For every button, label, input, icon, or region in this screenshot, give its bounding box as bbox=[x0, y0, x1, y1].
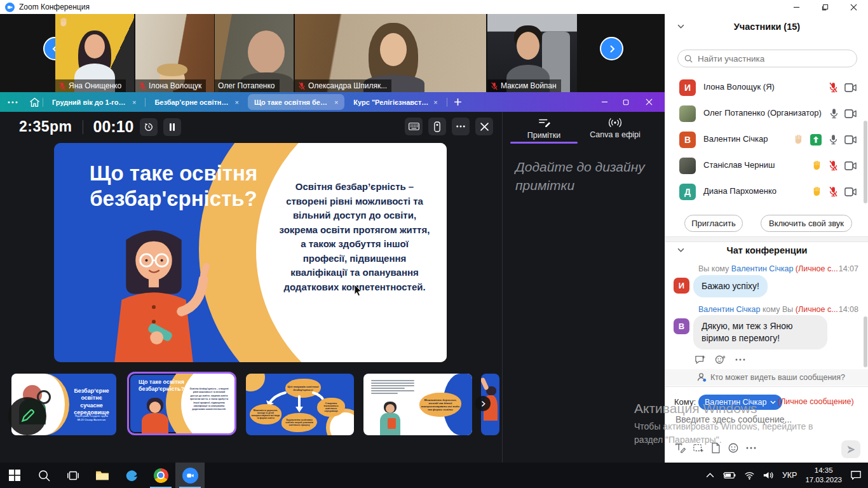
presentation-slide[interactable]: Що таке освітня безбар'єрність? Освітня … bbox=[54, 143, 447, 362]
slide-thumbnail-2-active[interactable]: Що таке освітня безбар'єрність? Освітня … bbox=[127, 372, 236, 435]
file-explorer-button[interactable] bbox=[88, 463, 117, 488]
windows-taskbar: УКР 14:35 17.03.2023 bbox=[0, 463, 868, 488]
chat-message-input[interactable] bbox=[674, 414, 858, 425]
tab-close-icon[interactable]: × bbox=[132, 98, 136, 106]
recipient-link[interactable]: Валентин Січкар bbox=[731, 264, 794, 273]
more-options-button[interactable] bbox=[452, 118, 470, 135]
mic-icon[interactable] bbox=[829, 108, 839, 119]
thumbnail-body: Освітня безбар’єрність – створені рівні … bbox=[189, 388, 229, 412]
action-center-icon[interactable] bbox=[850, 470, 862, 480]
taskbar-search-button[interactable] bbox=[29, 463, 58, 488]
exit-presenter-button[interactable] bbox=[475, 118, 493, 135]
canva-maximize-button[interactable] bbox=[615, 92, 637, 112]
video-tile-oleg[interactable]: Олег Потапенко bbox=[215, 14, 294, 92]
mic-muted-icon[interactable] bbox=[829, 186, 838, 197]
taskbar-clock[interactable]: 14:35 17.03.2023 bbox=[805, 466, 842, 485]
thumbnail-text-lines bbox=[369, 379, 417, 395]
slide-thumbnail-4[interactable]: Можливість дорослих, молоді та дітей вик… bbox=[363, 374, 472, 435]
next-slide-button[interactable] bbox=[475, 396, 491, 411]
new-tab-icon[interactable] bbox=[454, 98, 462, 106]
emoji-icon[interactable] bbox=[728, 442, 739, 454]
mic-muted-icon bbox=[58, 82, 66, 90]
reply-icon[interactable] bbox=[695, 355, 706, 365]
home-icon[interactable] bbox=[29, 97, 40, 107]
window-minimize-button[interactable] bbox=[782, 0, 811, 14]
participant-row[interactable]: В Валентин Січкар bbox=[665, 126, 868, 152]
video-tile-oleksandra[interactable]: Олександра Шпиляк... bbox=[295, 14, 486, 92]
video-tile-yana[interactable]: Яна Онищенко bbox=[55, 14, 134, 92]
participant-name-label: Олександра Шпиляк... bbox=[295, 79, 391, 92]
canva-tab-2[interactable]: Безбар’єрне освітнє с...× bbox=[148, 94, 245, 110]
tab-close-icon[interactable]: × bbox=[433, 98, 437, 106]
canva-tab-3-active[interactable]: Що таке освітня безб...× bbox=[248, 94, 344, 110]
raised-hand-icon bbox=[812, 160, 823, 171]
unmute-button[interactable]: Включить свой звук bbox=[761, 215, 852, 232]
more-icon[interactable] bbox=[746, 447, 756, 449]
video-tile-maksym[interactable]: Максим Войпан bbox=[487, 14, 577, 92]
camera-off-icon[interactable] bbox=[844, 135, 857, 144]
battery-icon[interactable] bbox=[722, 471, 736, 479]
participant-row[interactable]: И Ілона Волощук (Я) bbox=[665, 74, 868, 100]
add-reaction-icon[interactable] bbox=[715, 355, 726, 365]
camera-off-icon[interactable] bbox=[844, 109, 857, 118]
menu-dots-icon[interactable] bbox=[8, 101, 18, 104]
task-view-button[interactable] bbox=[58, 463, 88, 488]
window-close-button[interactable] bbox=[839, 0, 868, 14]
recipient-selector[interactable]: Валентин Січкар bbox=[698, 395, 782, 410]
volume-icon[interactable] bbox=[763, 471, 774, 480]
canva-tab-4[interactable]: Курс "Релігієзнавств..."× bbox=[347, 94, 444, 110]
mic-muted-icon[interactable] bbox=[829, 160, 838, 171]
invite-button[interactable]: Пригласить bbox=[684, 215, 743, 232]
chrome-button[interactable] bbox=[146, 463, 175, 488]
participant-search-box[interactable] bbox=[677, 50, 857, 67]
tray-expand-icon[interactable] bbox=[706, 473, 714, 478]
send-button[interactable] bbox=[841, 440, 860, 458]
participants-scrollbar[interactable] bbox=[864, 121, 867, 203]
participant-row[interactable]: Станіслав Черниш bbox=[665, 152, 868, 179]
canva-minimize-button[interactable] bbox=[593, 92, 615, 112]
start-button[interactable] bbox=[0, 463, 29, 488]
avatar-photo bbox=[679, 158, 696, 174]
canva-tab-1[interactable]: Грудний вік до 1-го р...× bbox=[46, 94, 142, 110]
camera-off-icon[interactable] bbox=[844, 83, 857, 92]
search-input[interactable] bbox=[696, 53, 845, 64]
visibility-info-bar[interactable]: Кто может видеть ваши сообщения? bbox=[665, 369, 868, 386]
slide-thumbnail-3[interactable]: Цілі напрямів освітньої безбар'єрності М… bbox=[246, 374, 354, 435]
camera-off-icon[interactable] bbox=[844, 187, 857, 196]
wifi-icon[interactable] bbox=[744, 471, 755, 480]
canva-close-button[interactable] bbox=[638, 92, 660, 112]
timer-reset-button[interactable] bbox=[140, 118, 158, 136]
tab-canva-live[interactable]: Canva в ефірі bbox=[580, 118, 650, 139]
edge-button[interactable] bbox=[117, 463, 146, 488]
file-icon[interactable] bbox=[711, 442, 721, 454]
chat-message-bubble[interactable]: Дякую, ми теж з Яною віримо в перемогу! bbox=[693, 315, 827, 349]
avatar: В bbox=[679, 132, 696, 148]
message-actions bbox=[695, 355, 745, 365]
sender-link[interactable]: Валентин Січкар bbox=[698, 305, 761, 314]
participant-name-label: Олег Потапенко bbox=[215, 79, 280, 92]
chat-scrollbar[interactable] bbox=[864, 316, 867, 367]
mic-icon[interactable] bbox=[829, 134, 838, 145]
window-maximize-button[interactable] bbox=[811, 0, 839, 14]
next-participants-button[interactable] bbox=[600, 37, 623, 60]
timer-pause-button[interactable] bbox=[163, 118, 181, 136]
screenshot-icon[interactable] bbox=[693, 442, 704, 454]
zoom-app-button[interactable] bbox=[175, 463, 205, 488]
chat-message-bubble[interactable]: Бажаю успіху! bbox=[693, 275, 768, 297]
tab-notes[interactable]: Примітки bbox=[509, 118, 579, 140]
remote-control-button[interactable] bbox=[428, 118, 446, 135]
keyboard-shortcuts-button[interactable] bbox=[405, 118, 423, 135]
format-icon[interactable] bbox=[674, 442, 686, 454]
participant-row[interactable]: Олег Потапенко (Организатор) bbox=[665, 100, 868, 126]
tab-close-icon[interactable]: × bbox=[234, 98, 238, 106]
draw-tool-button[interactable] bbox=[8, 397, 46, 435]
tab-close-icon[interactable]: × bbox=[334, 98, 338, 106]
language-indicator[interactable]: УКР bbox=[782, 471, 797, 480]
video-tile-ilona[interactable]: Ілона Волощук bbox=[135, 14, 214, 92]
notes-placeholder[interactable]: Додайте до дизайну примітки bbox=[515, 158, 655, 195]
camera-off-icon[interactable] bbox=[844, 161, 857, 170]
more-icon[interactable] bbox=[735, 358, 745, 361]
avatar: В bbox=[674, 318, 689, 334]
participant-row[interactable]: Д Диана Пархоменко bbox=[665, 179, 868, 205]
mic-muted-icon[interactable] bbox=[829, 82, 838, 93]
